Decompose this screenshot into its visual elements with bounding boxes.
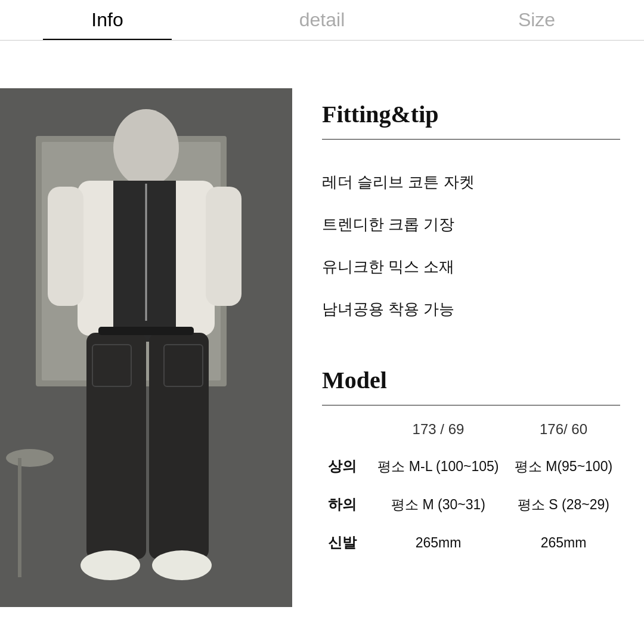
svg-rect-7 [113, 181, 176, 342]
image-placeholder [0, 88, 292, 607]
row-top-val1: 평소 M-L (100~105) [370, 447, 507, 485]
row-bottom-val1: 평소 M (30~31) [370, 485, 507, 524]
list-item: 트렌디한 크롭 기장 [322, 203, 620, 246]
fitting-divider [322, 139, 620, 140]
tab-info-label: Info [91, 9, 123, 31]
model-table-header-row: 173 / 69 176/ 60 [322, 411, 620, 447]
tab-detail[interactable]: detail [215, 0, 429, 40]
figure-svg [0, 88, 292, 607]
list-item: 남녀공용 착용 가능 [322, 288, 620, 330]
model-row-bottom: 하의 평소 M (30~31) 평소 S (28~29) [322, 485, 620, 524]
list-item: 유니크한 믹스 소재 [322, 246, 620, 288]
tab-size[interactable]: Size [429, 0, 644, 40]
model-row-top: 상의 평소 M-L (100~105) 평소 M(95~100) [322, 447, 620, 485]
svg-rect-6 [206, 187, 242, 306]
svg-rect-13 [18, 458, 21, 577]
product-image [0, 88, 292, 607]
fitting-list: 레더 슬리브 코튼 자켓 트렌디한 크롭 기장 유니크한 믹스 소재 남녀공용 … [322, 161, 620, 330]
model-col1-header: 173 / 69 [370, 411, 507, 447]
fitting-section: Fitting&tip 레더 슬리브 코튼 자켓 트렌디한 크롭 기장 유니크한… [322, 100, 620, 330]
row-shoes-val2: 265mm [507, 524, 620, 562]
row-bottom-val2: 평소 S (28~29) [507, 485, 620, 524]
tab-size-label: Size [518, 9, 555, 31]
list-item: 레더 슬리브 코튼 자켓 [322, 161, 620, 203]
svg-rect-5 [48, 187, 83, 306]
model-row-shoes: 신발 265mm 265mm [322, 524, 620, 562]
svg-rect-9 [149, 333, 209, 559]
svg-point-3 [113, 109, 179, 187]
col-label-header [322, 411, 370, 447]
svg-point-11 [152, 550, 212, 580]
svg-point-12 [6, 449, 54, 467]
svg-rect-17 [98, 327, 194, 335]
model-divider [322, 405, 620, 405]
fitting-title: Fitting&tip [322, 100, 620, 128]
svg-point-10 [80, 550, 140, 580]
model-title: Model [322, 366, 620, 394]
tab-detail-label: detail [299, 9, 345, 31]
tab-info[interactable]: Info [0, 0, 215, 40]
model-section: Model 173 / 69 176/ 60 상의 평소 M-L (100~10… [322, 366, 620, 562]
row-top-label: 상의 [322, 447, 370, 485]
info-panel: Fitting&tip 레더 슬리브 코튼 자켓 트렌디한 크롭 기장 유니크한… [292, 88, 644, 644]
tab-bar: Info detail Size [0, 0, 644, 41]
row-bottom-label: 하의 [322, 485, 370, 524]
svg-rect-8 [86, 333, 146, 559]
row-top-val2: 평소 M(95~100) [507, 447, 620, 485]
row-shoes-label: 신발 [322, 524, 370, 562]
main-content: Fitting&tip 레더 슬리브 코튼 자켓 트렌디한 크롭 기장 유니크한… [0, 41, 644, 644]
model-col2-header: 176/ 60 [507, 411, 620, 447]
model-table: 173 / 69 176/ 60 상의 평소 M-L (100~105) 평소 … [322, 411, 620, 562]
row-shoes-val1: 265mm [370, 524, 507, 562]
